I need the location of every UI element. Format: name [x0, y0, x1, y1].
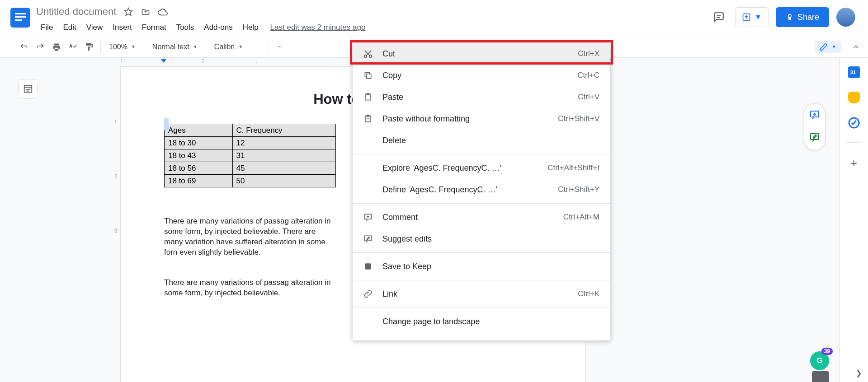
print-button[interactable]	[49, 39, 64, 55]
vertical-ruler: 1 2 3	[111, 65, 120, 382]
title-bar: Untitled document File Edit View Insert …	[0, 0, 868, 36]
svg-rect-42	[365, 236, 372, 241]
svg-rect-43	[365, 263, 371, 269]
svg-rect-33	[367, 74, 371, 79]
show-side-panel-button[interactable]: ❯	[856, 369, 862, 377]
menu-help[interactable]: Help	[238, 21, 263, 34]
calendar-icon[interactable]: 31	[848, 66, 860, 78]
spellcheck-button[interactable]	[65, 39, 80, 55]
shield-button[interactable]	[812, 371, 829, 382]
paint-format-button[interactable]	[81, 39, 97, 55]
left-indent-marker[interactable]	[161, 59, 166, 63]
keep-icon[interactable]	[848, 92, 860, 103]
context-menu: Cut Ctrl+X Copy Ctrl+C Paste Ctrl+V Past…	[353, 43, 610, 340]
cut-icon	[363, 48, 373, 59]
last-edit-link[interactable]: Last edit was 2 minutes ago	[270, 23, 366, 32]
ctx-save-keep[interactable]: Save to Keep	[353, 256, 610, 277]
paragraph[interactable]: There are many variations of passag alte…	[164, 278, 336, 298]
svg-rect-3	[15, 19, 22, 21]
comment-icon	[363, 212, 373, 223]
table-row: 18 to 6950	[165, 175, 336, 187]
svg-rect-2	[15, 16, 26, 18]
hide-menus-button[interactable]	[848, 39, 863, 55]
data-table[interactable]: AgesC. Frequency 18 to 3012 18 to 4331 1…	[164, 124, 336, 187]
menu-addons[interactable]: Add-ons	[199, 21, 237, 34]
ctx-cut[interactable]: Cut Ctrl+X	[353, 43, 610, 65]
ctx-explore[interactable]: Explore 'AgesC. FrequencyC. …' Ctrl+Alt+…	[353, 157, 610, 179]
ctx-suggest[interactable]: Suggest edits	[353, 228, 610, 250]
keep-icon	[363, 261, 373, 272]
svg-rect-29	[811, 134, 819, 140]
zoom-select[interactable]: 100%▼	[104, 39, 140, 55]
ctx-delete[interactable]: Delete	[353, 130, 610, 151]
tasks-icon[interactable]	[848, 117, 860, 129]
table-row: 18 to 5645	[165, 162, 336, 175]
chevron-down-icon: ▼	[755, 13, 762, 21]
font-select[interactable]: Calibri▼	[210, 39, 264, 55]
undo-button[interactable]	[16, 39, 32, 55]
add-addon-button[interactable]: +	[850, 156, 857, 170]
table-row: 18 to 3012	[165, 137, 336, 149]
move-icon[interactable]	[141, 7, 151, 17]
table-row: AgesC. Frequency	[165, 124, 336, 137]
ctx-landscape[interactable]: Change page to landscape	[353, 311, 610, 332]
menu-edit[interactable]: Edit	[58, 21, 80, 34]
star-icon[interactable]	[123, 7, 133, 17]
docs-logo[interactable]	[8, 5, 33, 30]
show-outline-button[interactable]	[18, 79, 38, 99]
ctx-paste[interactable]: Paste Ctrl+V	[353, 86, 610, 108]
ctx-link[interactable]: Link Ctrl+K	[353, 283, 610, 305]
present-button[interactable]: ▼	[735, 7, 769, 27]
add-comment-button[interactable]	[809, 109, 820, 122]
ctx-copy[interactable]: Copy Ctrl+C	[353, 65, 610, 86]
ctx-comment[interactable]: Comment Ctrl+Alt+M	[353, 206, 610, 228]
menu-tools[interactable]: Tools	[172, 21, 199, 34]
editing-mode-button[interactable]: ▼	[815, 41, 841, 53]
comment-history-icon[interactable]	[710, 8, 728, 26]
svg-rect-8	[788, 17, 791, 20]
menu-file[interactable]: File	[36, 21, 57, 34]
suggest-icon	[363, 233, 373, 244]
side-panel: 31 +	[839, 58, 868, 382]
paragraph-style-select[interactable]: Normal text▼	[148, 39, 202, 55]
paste-icon	[363, 92, 373, 102]
paste-plain-icon	[363, 113, 373, 124]
menu-insert[interactable]: Insert	[108, 21, 137, 34]
account-avatar[interactable]	[836, 8, 855, 27]
ctx-paste-plain[interactable]: Paste without formatting Ctrl+Shift+V	[353, 108, 610, 130]
menu-view[interactable]: View	[82, 21, 108, 34]
selection-highlight	[164, 118, 169, 130]
share-label: Share	[797, 13, 819, 22]
menu-format[interactable]: Format	[137, 21, 171, 34]
redo-button[interactable]	[33, 39, 48, 55]
decrease-font-button[interactable]: −	[272, 39, 287, 55]
cloud-status-icon[interactable]	[158, 7, 168, 17]
floating-action-column	[804, 103, 826, 150]
copy-icon	[363, 70, 373, 81]
menubar: File Edit View Insert Format Tools Add-o…	[36, 20, 710, 35]
link-icon	[363, 289, 373, 299]
suggest-edits-button[interactable]	[809, 132, 820, 144]
paragraph[interactable]: There are many variations of passag alte…	[164, 216, 336, 258]
ctx-define[interactable]: Define 'AgesC. FrequencyC. …' Ctrl+Shift…	[353, 179, 610, 200]
grammarly-button[interactable]: G39	[810, 351, 829, 370]
table-row: 18 to 4331	[165, 149, 336, 162]
document-title[interactable]: Untitled document	[36, 6, 116, 18]
grammarly-count: 39	[821, 348, 833, 355]
share-button[interactable]: Share	[776, 7, 829, 27]
svg-marker-4	[125, 8, 132, 16]
svg-rect-1	[15, 13, 26, 14]
